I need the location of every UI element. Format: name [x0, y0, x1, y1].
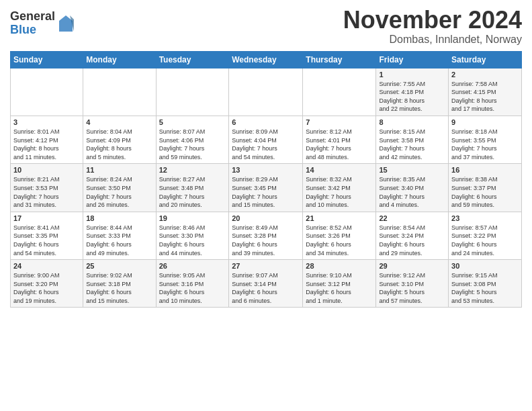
day-info: Sunrise: 8:29 AM Sunset: 3:45 PM Dayligh… — [232, 175, 300, 209]
day-info: Sunrise: 9:10 AM Sunset: 3:12 PM Dayligh… — [306, 271, 373, 305]
day-cell: 17Sunrise: 8:41 AM Sunset: 3:35 PM Dayli… — [11, 212, 83, 259]
day-info: Sunrise: 8:04 AM Sunset: 4:09 PM Dayligh… — [86, 128, 152, 161]
day-cell: 4Sunrise: 8:04 AM Sunset: 4:09 PM Daylig… — [83, 116, 156, 163]
day-header-friday: Friday — [376, 51, 449, 68]
day-number: 22 — [379, 214, 445, 222]
day-number: 8 — [379, 118, 445, 126]
day-header-thursday: Thursday — [303, 51, 376, 68]
day-number: 6 — [232, 118, 300, 126]
day-number: 24 — [13, 262, 80, 270]
day-info: Sunrise: 8:24 AM Sunset: 3:50 PM Dayligh… — [86, 175, 152, 209]
day-cell: 3Sunrise: 8:01 AM Sunset: 4:12 PM Daylig… — [11, 116, 83, 163]
day-number: 5 — [159, 118, 226, 126]
day-cell: 21Sunrise: 8:52 AM Sunset: 3:26 PM Dayli… — [303, 212, 376, 259]
day-cell: 23Sunrise: 8:57 AM Sunset: 3:22 PM Dayli… — [449, 212, 522, 259]
calendar-table: SundayMondayTuesdayWednesdayThursdayFrid… — [10, 51, 522, 308]
day-cell: 6Sunrise: 8:09 AM Sunset: 4:04 PM Daylig… — [229, 116, 303, 163]
logo-blue-text: Blue — [10, 24, 55, 37]
day-info: Sunrise: 8:12 AM Sunset: 4:01 PM Dayligh… — [306, 128, 373, 161]
day-number: 21 — [306, 214, 373, 222]
logo-general-text: General — [10, 10, 55, 24]
day-info: Sunrise: 9:00 AM Sunset: 3:20 PM Dayligh… — [13, 271, 80, 305]
day-cell: 28Sunrise: 9:10 AM Sunset: 3:12 PM Dayli… — [303, 260, 376, 308]
day-info: Sunrise: 8:09 AM Sunset: 4:04 PM Dayligh… — [232, 128, 300, 161]
day-cell: 15Sunrise: 8:35 AM Sunset: 3:40 PM Dayli… — [376, 164, 449, 212]
day-cell — [229, 68, 303, 116]
header: General Blue November 2024 Dombas, Innla… — [10, 7, 522, 46]
day-info: Sunrise: 8:41 AM Sunset: 3:35 PM Dayligh… — [13, 224, 80, 257]
day-info: Sunrise: 8:57 AM Sunset: 3:22 PM Dayligh… — [451, 224, 519, 257]
day-info: Sunrise: 7:55 AM Sunset: 4:18 PM Dayligh… — [379, 80, 445, 113]
day-number: 9 — [451, 118, 519, 126]
day-cell: 30Sunrise: 9:15 AM Sunset: 3:08 PM Dayli… — [449, 260, 522, 308]
logo-icon — [58, 14, 74, 33]
day-cell: 19Sunrise: 8:46 AM Sunset: 3:30 PM Dayli… — [156, 212, 229, 259]
week-row-1: 1Sunrise: 7:55 AM Sunset: 4:18 PM Daylig… — [11, 68, 522, 116]
day-info: Sunrise: 7:58 AM Sunset: 4:15 PM Dayligh… — [451, 80, 519, 113]
day-info: Sunrise: 8:46 AM Sunset: 3:30 PM Dayligh… — [159, 224, 226, 257]
day-info: Sunrise: 9:07 AM Sunset: 3:14 PM Dayligh… — [232, 271, 300, 305]
day-cell: 26Sunrise: 9:05 AM Sunset: 3:16 PM Dayli… — [156, 260, 229, 308]
day-cell: 10Sunrise: 8:21 AM Sunset: 3:53 PM Dayli… — [11, 164, 83, 212]
day-cell: 25Sunrise: 9:02 AM Sunset: 3:18 PM Dayli… — [83, 260, 156, 308]
day-cell: 12Sunrise: 8:27 AM Sunset: 3:48 PM Dayli… — [156, 164, 229, 212]
location: Dombas, Innlandet, Norway — [343, 34, 522, 46]
day-number: 19 — [159, 214, 226, 222]
day-number: 12 — [159, 166, 226, 174]
day-cell — [156, 68, 229, 116]
day-cell — [83, 68, 156, 116]
day-cell: 1Sunrise: 7:55 AM Sunset: 4:18 PM Daylig… — [376, 68, 449, 116]
day-info: Sunrise: 9:12 AM Sunset: 3:10 PM Dayligh… — [379, 271, 445, 305]
day-info: Sunrise: 8:54 AM Sunset: 3:24 PM Dayligh… — [379, 224, 445, 257]
day-cell: 22Sunrise: 8:54 AM Sunset: 3:24 PM Dayli… — [376, 212, 449, 259]
day-info: Sunrise: 8:07 AM Sunset: 4:06 PM Dayligh… — [159, 128, 226, 161]
day-cell: 24Sunrise: 9:00 AM Sunset: 3:20 PM Dayli… — [11, 260, 83, 308]
day-number: 20 — [232, 214, 300, 222]
day-info: Sunrise: 9:05 AM Sunset: 3:16 PM Dayligh… — [159, 271, 226, 305]
day-number: 16 — [451, 166, 519, 174]
title-block: November 2024 Dombas, Innlandet, Norway — [343, 7, 522, 46]
logo-text: General Blue — [10, 10, 55, 37]
week-row-3: 10Sunrise: 8:21 AM Sunset: 3:53 PM Dayli… — [11, 164, 522, 212]
day-info: Sunrise: 8:49 AM Sunset: 3:28 PM Dayligh… — [232, 224, 300, 257]
day-number: 14 — [306, 166, 373, 174]
day-number: 10 — [13, 166, 80, 174]
day-info: Sunrise: 8:44 AM Sunset: 3:33 PM Dayligh… — [86, 224, 152, 257]
day-number: 4 — [86, 118, 152, 126]
day-cell — [303, 68, 376, 116]
day-cell: 5Sunrise: 8:07 AM Sunset: 4:06 PM Daylig… — [156, 116, 229, 163]
day-info: Sunrise: 8:01 AM Sunset: 4:12 PM Dayligh… — [13, 128, 80, 161]
day-info: Sunrise: 8:21 AM Sunset: 3:53 PM Dayligh… — [13, 175, 80, 209]
day-number: 11 — [86, 166, 152, 174]
day-info: Sunrise: 8:38 AM Sunset: 3:37 PM Dayligh… — [451, 175, 519, 209]
day-number: 29 — [379, 262, 445, 270]
page-container: General Blue November 2024 Dombas, Innla… — [0, 0, 532, 314]
day-info: Sunrise: 8:15 AM Sunset: 3:58 PM Dayligh… — [379, 128, 445, 161]
month-title: November 2024 — [343, 7, 522, 34]
day-cell: 13Sunrise: 8:29 AM Sunset: 3:45 PM Dayli… — [229, 164, 303, 212]
header-row: SundayMondayTuesdayWednesdayThursdayFrid… — [11, 51, 522, 68]
day-cell: 16Sunrise: 8:38 AM Sunset: 3:37 PM Dayli… — [449, 164, 522, 212]
day-cell: 29Sunrise: 9:12 AM Sunset: 3:10 PM Dayli… — [376, 260, 449, 308]
day-number: 25 — [86, 262, 152, 270]
day-number: 1 — [379, 71, 445, 79]
day-cell: 7Sunrise: 8:12 AM Sunset: 4:01 PM Daylig… — [303, 116, 376, 163]
day-number: 7 — [306, 118, 373, 126]
day-header-wednesday: Wednesday — [229, 51, 303, 68]
day-info: Sunrise: 8:27 AM Sunset: 3:48 PM Dayligh… — [159, 175, 226, 209]
week-row-5: 24Sunrise: 9:00 AM Sunset: 3:20 PM Dayli… — [11, 260, 522, 308]
day-number: 23 — [451, 214, 519, 222]
week-row-2: 3Sunrise: 8:01 AM Sunset: 4:12 PM Daylig… — [11, 116, 522, 163]
day-header-monday: Monday — [83, 51, 156, 68]
day-header-tuesday: Tuesday — [156, 51, 229, 68]
day-info: Sunrise: 8:18 AM Sunset: 3:55 PM Dayligh… — [451, 128, 519, 161]
week-row-4: 17Sunrise: 8:41 AM Sunset: 3:35 PM Dayli… — [11, 212, 522, 259]
day-cell: 2Sunrise: 7:58 AM Sunset: 4:15 PM Daylig… — [449, 68, 522, 116]
day-number: 26 — [159, 262, 226, 270]
day-info: Sunrise: 8:35 AM Sunset: 3:40 PM Dayligh… — [379, 175, 445, 209]
day-number: 13 — [232, 166, 300, 174]
day-number: 17 — [13, 214, 80, 222]
day-cell — [11, 68, 83, 116]
day-info: Sunrise: 8:32 AM Sunset: 3:42 PM Dayligh… — [306, 175, 373, 209]
day-cell: 9Sunrise: 8:18 AM Sunset: 3:55 PM Daylig… — [449, 116, 522, 163]
